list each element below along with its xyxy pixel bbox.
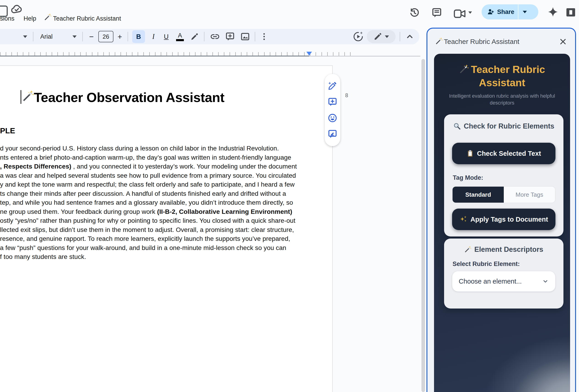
share-label: Share bbox=[497, 8, 514, 15]
video-call-dropdown-icon[interactable] bbox=[468, 11, 472, 14]
document-text-line: f too many students are stuck. bbox=[0, 253, 334, 262]
addon-panel: Teacher Rubric Assistant Intelligent eva… bbox=[434, 54, 570, 392]
check-card-heading: Check for Rubric Elements bbox=[444, 122, 564, 130]
text-cursor bbox=[21, 90, 21, 104]
menu-extensions-partial[interactable]: sions bbox=[0, 15, 14, 22]
apply-tags-button[interactable]: Apply Tags to Document bbox=[452, 209, 555, 230]
video-call-icon[interactable] bbox=[453, 9, 466, 19]
share-button[interactable]: Share bbox=[482, 4, 514, 19]
side-panel-toggle-icon[interactable] bbox=[565, 7, 576, 18]
present-with-ai-icon[interactable] bbox=[351, 29, 365, 44]
ruler-baseline-light bbox=[309, 56, 420, 57]
gemini-spark-icon[interactable] bbox=[547, 6, 558, 17]
addon-sidebar: Teacher Rubric Assistant Teacher Rubric … bbox=[427, 28, 576, 392]
document-text-line: resence, and genuine rapport. To reach m… bbox=[0, 235, 334, 244]
font-size-decrease-button[interactable]: − bbox=[86, 29, 96, 44]
sparkles-icon bbox=[459, 216, 467, 223]
pencil-icon bbox=[373, 32, 382, 41]
suggest-edits-icon[interactable] bbox=[328, 129, 337, 139]
emoji-reaction-icon[interactable] bbox=[328, 113, 337, 123]
menu-help[interactable]: Help bbox=[24, 15, 36, 22]
italic-button[interactable]: I bbox=[148, 29, 159, 44]
titlebar: sions Help Teacher Rubric Assistant Shar… bbox=[0, 0, 579, 27]
highlight-color-button[interactable] bbox=[188, 29, 201, 44]
share-button-group: Share bbox=[482, 4, 538, 19]
text-color-button[interactable]: A bbox=[174, 29, 186, 44]
sidebar-title: Teacher Rubric Assistant bbox=[444, 38, 519, 46]
document-heading-partial[interactable]: PLE bbox=[0, 126, 15, 135]
document-text-line: ostly “yes/no” rather than pushing for w… bbox=[0, 217, 334, 226]
comments-icon[interactable] bbox=[431, 7, 442, 18]
bold-button[interactable]: B bbox=[132, 29, 145, 44]
insert-image-button[interactable] bbox=[239, 29, 252, 44]
styles-dropdown-icon[interactable] bbox=[21, 29, 30, 44]
right-indent-marker[interactable] bbox=[306, 52, 312, 56]
select-rubric-element-label: Select Rubric Element: bbox=[452, 260, 520, 268]
ruler-number: 8 bbox=[345, 92, 348, 99]
document-scrollbar[interactable] bbox=[422, 59, 425, 392]
menu-addon-teacher-rubric-assistant[interactable]: Teacher Rubric Assistant bbox=[53, 15, 121, 22]
share-person-icon bbox=[487, 8, 495, 16]
tag-mode-standard-button[interactable]: Standard bbox=[452, 187, 504, 203]
tag-mode-toggle: Standard More Tags bbox=[452, 186, 555, 203]
wand-icon bbox=[44, 13, 52, 21]
document-text-line: a few “push” questions for your walk-aro… bbox=[0, 244, 334, 253]
magnifier-icon bbox=[453, 122, 461, 130]
document-text-line: nts entered a brief photo-and-caption wa… bbox=[0, 154, 334, 163]
add-comment-button[interactable] bbox=[224, 29, 236, 44]
document-text-line: , Respects Differences) , and you connec… bbox=[0, 163, 334, 172]
toolbar-divider bbox=[33, 32, 33, 41]
rubric-element-select[interactable]: Choose an element... bbox=[452, 271, 555, 292]
wand-emoji bbox=[22, 90, 34, 102]
cloud-save-status-icon[interactable] bbox=[10, 4, 24, 15]
document-text-line: a was clear and helped several students … bbox=[0, 172, 334, 181]
element-descriptors-card: Element Descriptors Select Rubric Elemen… bbox=[444, 238, 564, 309]
document-text-line: y and kept the tone warm and respectful;… bbox=[0, 181, 334, 190]
collapse-toolbar-icon[interactable] bbox=[403, 29, 416, 44]
wand-icon bbox=[435, 37, 443, 45]
clipboard-icon bbox=[466, 150, 474, 157]
descriptors-card-heading: Element Descriptors bbox=[444, 245, 564, 254]
check-selected-text-button[interactable]: Check Selected Text bbox=[452, 143, 555, 164]
ruler-baseline bbox=[0, 56, 309, 57]
font-family-dropdown-icon[interactable] bbox=[70, 29, 79, 44]
more-options-icon[interactable] bbox=[258, 29, 270, 44]
ai-edit-icon[interactable] bbox=[328, 81, 337, 91]
document-text-line: tep, and while you had sentence frames a… bbox=[0, 199, 334, 208]
document-text-line: ts change their minds after peer discuss… bbox=[0, 190, 334, 199]
tag-mode-more-tags-button[interactable]: More Tags bbox=[504, 187, 555, 203]
formatting-toolbar: Arial − 26 + B I U A bbox=[0, 29, 419, 44]
insert-link-button[interactable] bbox=[209, 29, 221, 44]
editing-mode-button[interactable] bbox=[367, 30, 396, 43]
close-icon[interactable] bbox=[559, 38, 567, 46]
document-body[interactable]: d your second-period U.S. History class … bbox=[0, 145, 334, 262]
font-size-input[interactable]: 26 bbox=[98, 29, 113, 44]
add-comment-icon[interactable] bbox=[328, 97, 337, 107]
addon-hero-subtitle: Intelligent evaluation rubric analysis w… bbox=[447, 93, 557, 106]
chevron-down-icon bbox=[542, 278, 549, 285]
document-text-line: d your second-period U.S. History class … bbox=[0, 145, 334, 154]
rubric-element-select-value: Choose an element... bbox=[459, 278, 522, 285]
underline-button[interactable]: U bbox=[160, 29, 172, 44]
document-text-line: ne group used them. Your feedback during… bbox=[0, 208, 334, 217]
quick-actions-pill bbox=[325, 74, 340, 146]
addon-hero-title: Teacher Rubric Assistant bbox=[450, 63, 554, 89]
font-family-select[interactable]: Arial bbox=[40, 29, 68, 44]
tag-mode-label: Tag Mode: bbox=[453, 174, 483, 181]
font-size-increase-button[interactable]: + bbox=[115, 29, 125, 44]
wand-icon bbox=[464, 246, 472, 253]
document-text-line: llected exit slips, but didn’t use them … bbox=[0, 226, 334, 235]
share-dropdown-button[interactable] bbox=[518, 11, 531, 13]
ruler[interactable]: 1 2 3 4 5 6 7 8 bbox=[0, 46, 427, 57]
wand-icon bbox=[459, 64, 469, 74]
check-rubric-card: Check for Rubric Elements Check Selected… bbox=[444, 114, 564, 236]
version-history-icon[interactable] bbox=[409, 7, 420, 18]
document-title-text[interactable]: Teacher Observation Assistant bbox=[34, 90, 224, 105]
